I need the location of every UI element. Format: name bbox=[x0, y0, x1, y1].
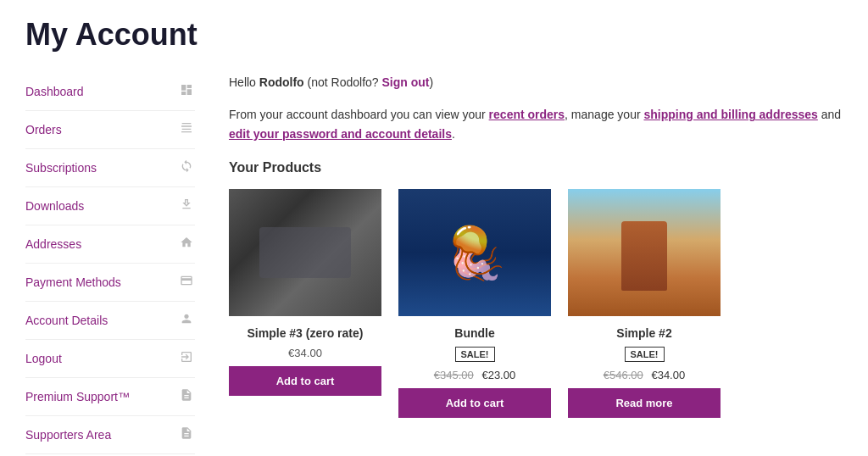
sign-out-link[interactable]: Sign out bbox=[382, 75, 430, 89]
product-image-2 bbox=[398, 189, 551, 316]
read-more-button-3[interactable]: Read more bbox=[568, 388, 721, 418]
product-price-3: €546.00 €34.00 bbox=[604, 369, 685, 381]
recent-orders-link[interactable]: recent orders bbox=[489, 108, 565, 121]
addresses-icon bbox=[178, 236, 195, 253]
sale-price-2: €23.00 bbox=[481, 369, 515, 381]
product-card-1: Simple #3 (zero rate) €34.00 Add to cart bbox=[229, 189, 381, 418]
greeting-text: Hello Rodolfo (not Rodolfo? Sign out) bbox=[229, 73, 843, 92]
product-name-1: Simple #3 (zero rate) bbox=[248, 326, 364, 340]
not-user-text: (not Rodolfo? bbox=[304, 75, 382, 89]
sidebar-item-payment-methods[interactable]: Payment Methods bbox=[25, 264, 195, 302]
product-card-3: Simple #2 SALE! €546.00 €34.00 Read more bbox=[568, 189, 721, 418]
add-to-cart-button-1[interactable]: Add to cart bbox=[229, 366, 381, 396]
products-grid: Simple #3 (zero rate) €34.00 Add to cart… bbox=[229, 189, 843, 418]
product-price-2: €345.00 €23.00 bbox=[434, 369, 515, 381]
logout-icon bbox=[178, 350, 195, 367]
supporters-icon bbox=[178, 426, 195, 443]
sale-badge-3: SALE! bbox=[625, 347, 665, 362]
product-card-2: Bundle SALE! €345.00 €23.00 Add to cart bbox=[398, 189, 551, 418]
add-to-cart-button-2[interactable]: Add to cart bbox=[398, 388, 551, 418]
downloads-icon bbox=[178, 197, 195, 214]
sidebar-item-downloads[interactable]: Downloads bbox=[25, 187, 195, 225]
main-content: Hello Rodolfo (not Rodolfo? Sign out) Fr… bbox=[229, 73, 843, 454]
product-image-3 bbox=[568, 189, 721, 316]
orders-icon bbox=[178, 121, 195, 138]
original-price-3: €546.00 bbox=[604, 369, 643, 381]
product-name-2: Bundle bbox=[454, 326, 494, 340]
sidebar-item-dashboard[interactable]: Dashboard bbox=[25, 73, 195, 111]
sale-price-3: €34.00 bbox=[651, 369, 685, 381]
close-paren: ) bbox=[430, 75, 434, 89]
shipping-billing-link[interactable]: shipping and billing addresses bbox=[643, 108, 817, 121]
sidebar-item-addresses[interactable]: Addresses bbox=[25, 225, 195, 264]
payment-icon bbox=[178, 274, 195, 291]
edit-password-link[interactable]: edit your password and account details bbox=[229, 127, 452, 141]
sidebar-item-premium-support[interactable]: Premium Support™ bbox=[25, 378, 195, 416]
dashboard-icon bbox=[178, 83, 195, 100]
page-title: My Account bbox=[25, 17, 843, 53]
sidebar-item-subscriptions[interactable]: Subscriptions bbox=[25, 149, 195, 187]
sidebar-item-orders[interactable]: Orders bbox=[25, 111, 195, 149]
your-products-heading: Your Products bbox=[229, 160, 843, 175]
dashboard-description: From your account dashboard you can view… bbox=[229, 105, 843, 143]
product-price-1: €34.00 bbox=[288, 347, 322, 359]
original-price-2: €345.00 bbox=[434, 369, 474, 381]
sidebar-item-account-details[interactable]: Account Details bbox=[25, 302, 195, 340]
subscriptions-icon bbox=[178, 159, 195, 176]
sale-badge-2: SALE! bbox=[455, 347, 495, 362]
product-name-3: Simple #2 bbox=[616, 326, 671, 340]
support-icon bbox=[178, 388, 195, 405]
content-layout: Dashboard Orders Subscriptions Downloads bbox=[25, 73, 843, 454]
sidebar-item-supporters-area[interactable]: Supporters Area bbox=[25, 416, 195, 454]
account-icon bbox=[178, 312, 195, 329]
sidebar: Dashboard Orders Subscriptions Downloads bbox=[25, 73, 195, 454]
hello-prefix: Hello bbox=[229, 75, 259, 89]
page-container: My Account Dashboard Orders Subscription… bbox=[0, 0, 868, 456]
price-value-1: €34.00 bbox=[288, 347, 322, 359]
sidebar-item-logout[interactable]: Logout bbox=[25, 340, 195, 378]
product-image-1 bbox=[229, 189, 381, 316]
username: Rodolfo bbox=[259, 75, 304, 89]
